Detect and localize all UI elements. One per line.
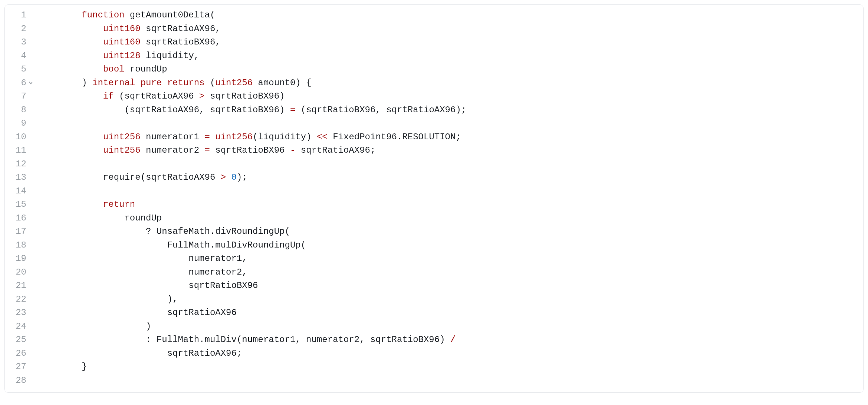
code-line: 18 FullMath.mulDivRoundingUp( — [5, 239, 863, 252]
line-number: 8 — [5, 103, 29, 117]
code-token: (liquidity) — [253, 132, 317, 142]
code-line: 26 sqrtRatioAX96; — [5, 347, 863, 361]
code-token — [39, 10, 82, 20]
line-number: 6 — [5, 76, 29, 90]
code-token: uint256 — [103, 132, 141, 142]
code-content[interactable]: return — [37, 198, 863, 212]
code-content[interactable]: uint160 sqrtRatioBX96, — [37, 36, 863, 49]
code-line: 23 sqrtRatioAX96 — [5, 306, 863, 320]
code-token — [39, 24, 103, 34]
code-token — [39, 132, 103, 142]
code-line: 1 function getAmount0Delta( — [5, 9, 863, 22]
code-block: 1 function getAmount0Delta(2 uint160 sqr… — [4, 4, 864, 393]
line-number: 27 — [5, 360, 29, 374]
code-line: 14 — [5, 185, 863, 198]
code-token: return — [103, 199, 135, 209]
code-content[interactable]: ? UnsafeMath.divRoundingUp( — [37, 225, 863, 239]
code-content[interactable]: sqrtRatioAX96 — [37, 306, 863, 320]
code-token: roundUp — [124, 64, 167, 74]
code-line: 28 — [5, 374, 863, 388]
code-token: ); — [237, 172, 247, 182]
code-line: 24 ) — [5, 320, 863, 333]
code-token: amount0) { — [253, 78, 311, 88]
line-number: 3 — [5, 36, 29, 49]
code-token: = — [204, 132, 210, 142]
code-token — [226, 172, 231, 182]
code-token: - — [290, 145, 295, 155]
code-content[interactable]: if (sqrtRatioAX96 > sqrtRatioBX96) — [37, 90, 863, 103]
code-token: sqrtRatioAX96; — [295, 145, 375, 155]
code-content[interactable]: sqrtRatioBX96 — [37, 279, 863, 293]
code-line: 27 } — [5, 360, 863, 374]
code-line: 6 ) internal pure returns (uint256 amoun… — [5, 76, 863, 90]
line-number: 2 — [5, 22, 29, 36]
code-token — [210, 132, 215, 142]
line-number: 15 — [5, 198, 29, 212]
code-token: = — [290, 105, 295, 115]
code-content[interactable]: uint256 numerator1 = uint256(liquidity) … — [37, 130, 863, 144]
code-content[interactable]: bool roundUp — [37, 63, 863, 76]
code-token: uint160 — [103, 24, 141, 34]
code-content[interactable]: uint128 liquidity, — [37, 49, 863, 63]
code-line: 19 numerator1, — [5, 252, 863, 266]
code-content[interactable]: numerator2, — [37, 266, 863, 279]
code-content[interactable]: } — [37, 360, 863, 374]
code-token: uint256 — [215, 78, 253, 88]
fold-toggle-icon[interactable] — [29, 81, 37, 85]
code-content[interactable]: function getAmount0Delta( — [37, 9, 863, 22]
code-token: roundUp — [39, 213, 162, 223]
code-token: sqrtRatioAX96; — [39, 348, 242, 358]
code-content[interactable]: numerator1, — [37, 252, 863, 266]
line-number: 9 — [5, 117, 29, 130]
line-number: 11 — [5, 144, 29, 157]
code-token: uint128 — [103, 51, 141, 61]
line-number: 25 — [5, 333, 29, 347]
code-line: 8 (sqrtRatioAX96, sqrtRatioBX96) = (sqrt… — [5, 103, 863, 117]
code-line: 4 uint128 liquidity, — [5, 49, 863, 63]
code-token: ? UnsafeMath.divRoundingUp( — [39, 226, 290, 236]
line-number: 23 — [5, 306, 29, 320]
code-token: > — [221, 172, 226, 182]
code-token: numerator1 — [141, 132, 205, 142]
code-content[interactable]: ) internal pure returns (uint256 amount0… — [37, 76, 863, 90]
line-number: 10 — [5, 130, 29, 144]
code-content[interactable]: FullMath.mulDivRoundingUp( — [37, 239, 863, 252]
code-content[interactable]: : FullMath.mulDiv(numerator1, numerator2… — [37, 333, 863, 347]
code-token: sqrtRatioBX96, — [141, 37, 221, 47]
code-line: 7 if (sqrtRatioAX96 > sqrtRatioBX96) — [5, 90, 863, 103]
line-number: 4 — [5, 49, 29, 63]
code-token: (sqrtRatioAX96, sqrtRatioBX96) — [39, 105, 290, 115]
code-content[interactable]: uint160 sqrtRatioAX96, — [37, 22, 863, 36]
line-number: 17 — [5, 225, 29, 239]
code-token: numerator1, — [39, 253, 247, 263]
code-token: sqrtRatioBX96 — [210, 145, 290, 155]
code-content[interactable]: (sqrtRatioAX96, sqrtRatioBX96) = (sqrtRa… — [37, 103, 863, 117]
code-token: numerator2, — [39, 267, 247, 277]
code-token: : FullMath.mulDiv(numerator1, numerator2… — [39, 335, 450, 345]
code-token: (sqrtRatioAX96 — [114, 91, 199, 101]
code-line: 25 : FullMath.mulDiv(numerator1, numerat… — [5, 333, 863, 347]
code-token: } — [39, 362, 87, 372]
line-number: 28 — [5, 374, 29, 388]
code-token: liquidity, — [141, 51, 199, 61]
code-token: sqrtRatioAX96, — [141, 24, 221, 34]
code-token — [162, 78, 167, 88]
line-number: 5 — [5, 63, 29, 76]
code-content[interactable]: require(sqrtRatioAX96 > 0); — [37, 171, 863, 185]
code-token: returns — [167, 78, 205, 88]
code-content[interactable]: sqrtRatioAX96; — [37, 347, 863, 361]
code-line: 5 bool roundUp — [5, 63, 863, 76]
code-line: 17 ? UnsafeMath.divRoundingUp( — [5, 225, 863, 239]
code-line: 15 return — [5, 198, 863, 212]
line-number: 20 — [5, 266, 29, 279]
code-token: ) — [39, 78, 92, 88]
code-content[interactable]: ) — [37, 320, 863, 333]
code-line: 22 ), — [5, 293, 863, 306]
code-content[interactable]: uint256 numerator2 = sqrtRatioBX96 - sqr… — [37, 144, 863, 157]
code-content[interactable]: roundUp — [37, 212, 863, 225]
code-token: ( — [205, 78, 216, 88]
code-token: if — [103, 91, 114, 101]
code-token: sqrtRatioBX96 — [39, 280, 258, 291]
code-content[interactable]: ), — [37, 293, 863, 306]
code-line: 16 roundUp — [5, 212, 863, 225]
